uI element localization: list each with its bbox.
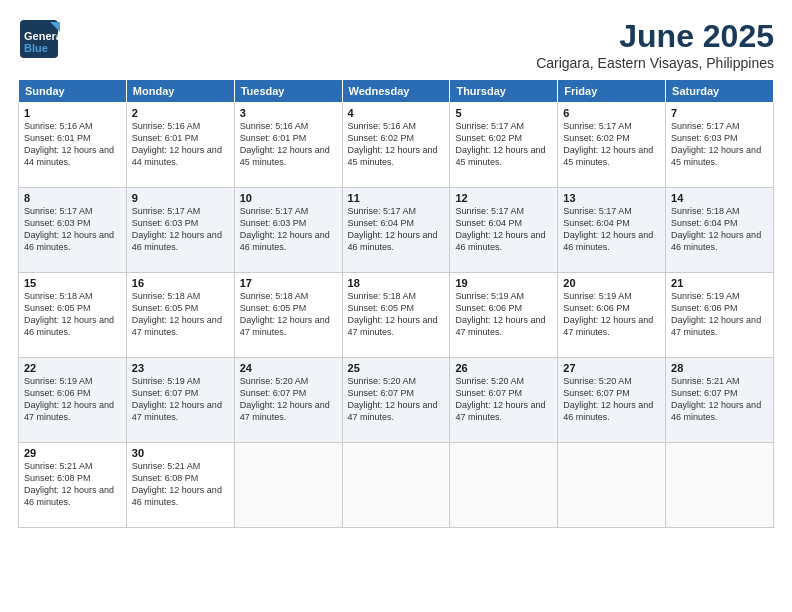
day-info: Sunrise: 5:19 AM Sunset: 6:07 PM Dayligh… [132,375,229,424]
day-info: Sunrise: 5:19 AM Sunset: 6:06 PM Dayligh… [24,375,121,424]
day-info: Sunrise: 5:18 AM Sunset: 6:05 PM Dayligh… [132,290,229,339]
sunrise-label: Sunrise: 5:17 AM [455,206,524,216]
day-number: 27 [563,362,660,374]
col-tuesday: Tuesday [234,80,342,103]
day-info: Sunrise: 5:18 AM Sunset: 6:04 PM Dayligh… [671,205,768,254]
calendar-row: 22 Sunrise: 5:19 AM Sunset: 6:06 PM Dayl… [19,358,774,443]
daylight-label: Daylight: 12 hours and 46 minutes. [132,485,222,507]
day-number: 14 [671,192,768,204]
daylight-label: Daylight: 12 hours and 47 minutes. [132,400,222,422]
calendar-header-row: Sunday Monday Tuesday Wednesday Thursday… [19,80,774,103]
day-info: Sunrise: 5:21 AM Sunset: 6:07 PM Dayligh… [671,375,768,424]
sunset-label: Sunset: 6:03 PM [24,218,91,228]
day-number: 25 [348,362,445,374]
day-info: Sunrise: 5:20 AM Sunset: 6:07 PM Dayligh… [348,375,445,424]
sunrise-label: Sunrise: 5:17 AM [563,121,632,131]
day-info: Sunrise: 5:20 AM Sunset: 6:07 PM Dayligh… [455,375,552,424]
day-info: Sunrise: 5:20 AM Sunset: 6:07 PM Dayligh… [240,375,337,424]
col-monday: Monday [126,80,234,103]
table-row: 12 Sunrise: 5:17 AM Sunset: 6:04 PM Dayl… [450,188,558,273]
day-number: 17 [240,277,337,289]
day-number: 24 [240,362,337,374]
day-info: Sunrise: 5:17 AM Sunset: 6:04 PM Dayligh… [348,205,445,254]
sunset-label: Sunset: 6:06 PM [455,303,522,313]
col-wednesday: Wednesday [342,80,450,103]
table-row: 5 Sunrise: 5:17 AM Sunset: 6:02 PM Dayli… [450,103,558,188]
sunset-label: Sunset: 6:07 PM [348,388,415,398]
month-year: June 2025 [536,18,774,55]
daylight-label: Daylight: 12 hours and 45 minutes. [348,145,438,167]
table-row: 25 Sunrise: 5:20 AM Sunset: 6:07 PM Dayl… [342,358,450,443]
daylight-label: Daylight: 12 hours and 46 minutes. [563,400,653,422]
day-number: 6 [563,107,660,119]
sunrise-label: Sunrise: 5:20 AM [240,376,309,386]
daylight-label: Daylight: 12 hours and 47 minutes. [348,315,438,337]
calendar-row: 29 Sunrise: 5:21 AM Sunset: 6:08 PM Dayl… [19,443,774,528]
col-sunday: Sunday [19,80,127,103]
sunrise-label: Sunrise: 5:17 AM [348,206,417,216]
day-info: Sunrise: 5:18 AM Sunset: 6:05 PM Dayligh… [24,290,121,339]
sunrise-label: Sunrise: 5:18 AM [348,291,417,301]
sunset-label: Sunset: 6:04 PM [671,218,738,228]
table-row: 10 Sunrise: 5:17 AM Sunset: 6:03 PM Dayl… [234,188,342,273]
table-row: 30 Sunrise: 5:21 AM Sunset: 6:08 PM Dayl… [126,443,234,528]
sunrise-label: Sunrise: 5:21 AM [132,461,201,471]
sunrise-label: Sunrise: 5:17 AM [24,206,93,216]
day-number: 7 [671,107,768,119]
table-row: 28 Sunrise: 5:21 AM Sunset: 6:07 PM Dayl… [666,358,774,443]
day-info: Sunrise: 5:21 AM Sunset: 6:08 PM Dayligh… [24,460,121,509]
sunrise-label: Sunrise: 5:19 AM [671,291,740,301]
sunset-label: Sunset: 6:06 PM [671,303,738,313]
table-row: 20 Sunrise: 5:19 AM Sunset: 6:06 PM Dayl… [558,273,666,358]
col-saturday: Saturday [666,80,774,103]
sunrise-label: Sunrise: 5:21 AM [24,461,93,471]
col-thursday: Thursday [450,80,558,103]
sunrise-label: Sunrise: 5:16 AM [240,121,309,131]
sunset-label: Sunset: 6:03 PM [671,133,738,143]
sunrise-label: Sunrise: 5:19 AM [455,291,524,301]
table-row [666,443,774,528]
day-number: 10 [240,192,337,204]
table-row [558,443,666,528]
sunset-label: Sunset: 6:02 PM [455,133,522,143]
table-row: 16 Sunrise: 5:18 AM Sunset: 6:05 PM Dayl… [126,273,234,358]
sunset-label: Sunset: 6:01 PM [240,133,307,143]
day-number: 29 [24,447,121,459]
day-number: 30 [132,447,229,459]
sunrise-label: Sunrise: 5:18 AM [240,291,309,301]
sunrise-label: Sunrise: 5:18 AM [24,291,93,301]
day-info: Sunrise: 5:16 AM Sunset: 6:01 PM Dayligh… [24,120,121,169]
table-row [450,443,558,528]
day-number: 20 [563,277,660,289]
daylight-label: Daylight: 12 hours and 47 minutes. [671,315,761,337]
sunrise-label: Sunrise: 5:19 AM [563,291,632,301]
day-number: 23 [132,362,229,374]
sunset-label: Sunset: 6:05 PM [132,303,199,313]
day-number: 9 [132,192,229,204]
sunset-label: Sunset: 6:02 PM [348,133,415,143]
sunset-label: Sunset: 6:05 PM [348,303,415,313]
sunset-label: Sunset: 6:07 PM [563,388,630,398]
sunset-label: Sunset: 6:08 PM [132,473,199,483]
page: General Blue June 2025 Carigara, Eastern… [0,0,792,612]
svg-text:Blue: Blue [24,42,48,54]
sunset-label: Sunset: 6:04 PM [348,218,415,228]
day-number: 11 [348,192,445,204]
sunrise-label: Sunrise: 5:17 AM [240,206,309,216]
table-row: 26 Sunrise: 5:20 AM Sunset: 6:07 PM Dayl… [450,358,558,443]
table-row: 22 Sunrise: 5:19 AM Sunset: 6:06 PM Dayl… [19,358,127,443]
sunrise-label: Sunrise: 5:20 AM [563,376,632,386]
day-info: Sunrise: 5:17 AM Sunset: 6:03 PM Dayligh… [240,205,337,254]
day-number: 3 [240,107,337,119]
table-row: 2 Sunrise: 5:16 AM Sunset: 6:01 PM Dayli… [126,103,234,188]
logo-icon: General Blue [18,18,60,60]
day-number: 2 [132,107,229,119]
day-number: 15 [24,277,121,289]
day-number: 1 [24,107,121,119]
sunrise-label: Sunrise: 5:18 AM [132,291,201,301]
day-info: Sunrise: 5:21 AM Sunset: 6:08 PM Dayligh… [132,460,229,509]
day-number: 18 [348,277,445,289]
day-number: 16 [132,277,229,289]
daylight-label: Daylight: 12 hours and 46 minutes. [455,230,545,252]
daylight-label: Daylight: 12 hours and 45 minutes. [671,145,761,167]
